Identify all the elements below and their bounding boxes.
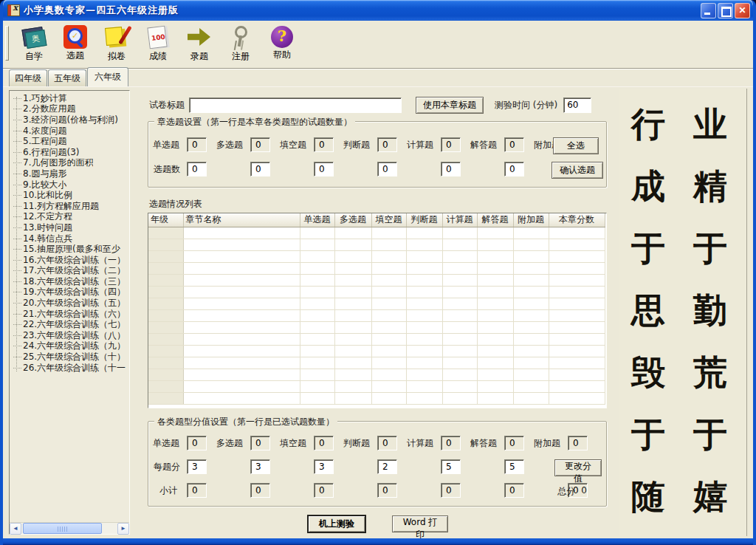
table-row[interactable]: [148, 262, 605, 274]
table-row[interactable]: [148, 309, 605, 321]
table-row[interactable]: [148, 345, 605, 357]
pick-count-input[interactable]: [504, 162, 524, 176]
select-all-button[interactable]: 全选: [553, 137, 599, 154]
chapter-item[interactable]: 18.六年级综合训练（三）: [10, 276, 129, 287]
table-row[interactable]: [148, 357, 605, 369]
chapter-item[interactable]: 6.行程问题(3): [10, 147, 129, 158]
toolbar-select-questions[interactable]: 选题: [55, 24, 96, 62]
subtotal-field: [377, 483, 397, 498]
table-row[interactable]: [148, 392, 605, 404]
tab-grade-4[interactable]: 四年级: [9, 69, 47, 86]
chapter-item[interactable]: 16.六年级综合训练（一）: [10, 255, 129, 266]
confirm-selection-button[interactable]: 确认选题: [551, 162, 603, 179]
test-time-label: 测验时间 (分钟): [495, 99, 557, 112]
chapter-item[interactable]: 5.工程问题: [10, 136, 129, 147]
table-row[interactable]: [148, 369, 605, 380]
chapter-item[interactable]: 7.几何图形的面积: [10, 158, 129, 169]
start-test-button[interactable]: 机上测验: [308, 515, 365, 532]
scroll-left-button[interactable]: ◄: [10, 523, 21, 535]
chapter-item[interactable]: 26.六年级综合训练（十一: [10, 363, 129, 374]
change-score-button[interactable]: 更改分值: [554, 459, 602, 476]
chapter-item[interactable]: 12.不定方程: [10, 212, 129, 223]
per-question-score-input[interactable]: [250, 459, 270, 474]
chapter-item[interactable]: 21.六年级综合训练（六）: [10, 309, 129, 320]
per-question-score-input[interactable]: [441, 459, 461, 474]
scroll-right-button[interactable]: ►: [117, 523, 129, 535]
toolbar-register[interactable]: 注册: [220, 24, 261, 63]
chapter-item[interactable]: 14.韩信点兵: [10, 233, 129, 244]
maximize-button[interactable]: [718, 3, 733, 18]
selection-list-title: 选题情况列表: [149, 198, 202, 210]
chapter-item[interactable]: 4.浓度问题: [10, 126, 129, 137]
pick-count-input[interactable]: [314, 162, 334, 176]
table-row[interactable]: [148, 286, 605, 298]
chapter-item[interactable]: 11.列方程解应用题: [10, 201, 129, 212]
chapter-item[interactable]: 13.时钟问题: [10, 222, 129, 233]
paper-icon: [103, 24, 130, 49]
pick-count-input[interactable]: [377, 162, 397, 176]
pick-count-input[interactable]: [187, 162, 207, 176]
question-type-label: 单选题: [153, 437, 187, 450]
motto-character: 于: [690, 230, 731, 267]
scrollbar-track[interactable]: [21, 523, 117, 534]
per-question-score-input[interactable]: [187, 459, 207, 474]
tree-branch-line: [13, 303, 21, 304]
toolbar-button-label: 拟卷: [108, 50, 126, 63]
chapter-item[interactable]: 9.比较大小: [10, 179, 129, 191]
chapter-item[interactable]: 8.圆与扇形: [10, 168, 129, 179]
tree-branch-line: [13, 357, 21, 357]
question-type-label: 解答题: [470, 437, 504, 450]
toolbar-compose-paper[interactable]: 拟卷: [96, 24, 137, 63]
motto-character: 毁: [628, 354, 669, 391]
minimize-button[interactable]: [701, 3, 716, 18]
tree-horizontal-scrollbar[interactable]: ◄ ►: [10, 522, 129, 534]
chapter-item[interactable]: 1.巧妙计算: [10, 93, 129, 104]
table-row[interactable]: [148, 298, 605, 309]
toolbar-self-study[interactable]: 自学: [13, 24, 55, 63]
tab-grade-5[interactable]: 五年级: [48, 69, 86, 86]
selection-table-body: [148, 227, 605, 404]
toolbar-record-questions[interactable]: 录题: [179, 24, 220, 63]
tree-branch-line: [13, 227, 21, 228]
grade-tabs: 四年级五年级六年级: [3, 69, 753, 86]
chapter-item[interactable]: 25.六年级综合训练（十）: [10, 352, 129, 363]
tab-grade-6[interactable]: 六年级: [87, 67, 128, 86]
chapter-tree: 1.巧妙计算 2.分数应用题 3.经济问题(价格与利润) 4.浓度问题 5.工程…: [10, 91, 129, 522]
table-row[interactable]: [148, 250, 605, 262]
paper-title-input[interactable]: [189, 97, 402, 113]
chapter-item[interactable]: 20.六年级综合训练（五）: [10, 298, 129, 309]
pick-count-input[interactable]: [441, 162, 461, 176]
test-time-input[interactable]: [563, 97, 591, 113]
chapter-item[interactable]: 3.经济问题(价格与利润): [10, 114, 129, 126]
per-question-score-input[interactable]: [377, 459, 397, 474]
chapter-item[interactable]: 19.六年级综合训练（四）: [10, 287, 129, 298]
toolbar-scores[interactable]: 成绩: [137, 24, 179, 63]
word-print-button[interactable]: Word 打印: [392, 515, 448, 532]
table-row[interactable]: [148, 239, 605, 250]
toolbar-help[interactable]: 帮助: [261, 24, 303, 61]
close-button[interactable]: [735, 3, 750, 18]
table-row[interactable]: [148, 380, 605, 392]
per-question-score-input[interactable]: [504, 459, 524, 474]
chapter-item[interactable]: 10.比和比例: [10, 190, 129, 201]
titlebar[interactable]: 小学奥数专家—四五六年级注册版: [3, 0, 753, 21]
help-icon: [271, 26, 293, 48]
scrollbar-thumb[interactable]: [23, 523, 102, 534]
table-row[interactable]: [148, 227, 605, 239]
score-settings-group-title: 各类题型分值设置（第一行是已选试题数量）: [154, 416, 337, 428]
chapter-item[interactable]: 2.分数应用题: [10, 104, 129, 115]
question-type-label: 计算题: [407, 139, 441, 151]
column-header: 判断题: [406, 213, 442, 227]
chapter-item[interactable]: 17.六年级综合训练（二）: [10, 266, 129, 277]
chapter-item[interactable]: 23.六年级综合训练（八）: [10, 330, 129, 341]
chapter-item[interactable]: 24.六年级综合训练（九）: [10, 341, 129, 352]
chapter-item[interactable]: 22.六年级综合训练（七）: [10, 319, 129, 330]
table-row[interactable]: [148, 321, 605, 333]
chapter-item[interactable]: 15.抽屉原理(最多和至少: [10, 244, 129, 255]
tree-branch-line: [13, 195, 21, 196]
table-row[interactable]: [148, 274, 605, 286]
per-question-score-input[interactable]: [314, 459, 334, 474]
use-chapter-title-button[interactable]: 使用本章标题: [416, 97, 484, 114]
pick-count-input[interactable]: [250, 162, 270, 176]
table-row[interactable]: [148, 333, 605, 345]
